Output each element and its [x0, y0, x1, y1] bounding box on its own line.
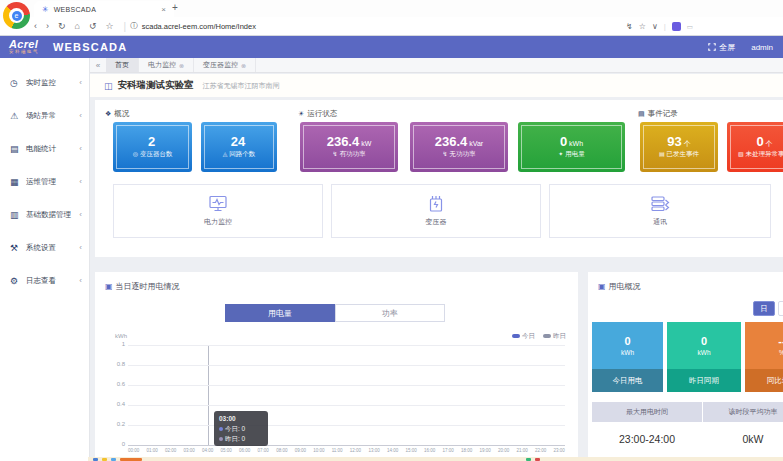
table-header-avg-power: 该时段平均功率: [703, 402, 783, 422]
star-icon[interactable]: ☆: [639, 22, 646, 31]
tab-power-monitoring[interactable]: 电力监控 ⊗: [139, 58, 194, 72]
close-tab-icon[interactable]: ×: [161, 5, 166, 14]
x-tick-label: 15:00: [405, 448, 416, 453]
y-axis-unit: kWh: [115, 333, 127, 339]
chart-panel-title: ▣当日逐时用电情况: [105, 281, 180, 292]
chart-plot[interactable]: 03:00 今日: 0 昨日: 0 10.80.60.40.20: [128, 345, 565, 445]
stat-card-transformer-count[interactable]: 2 ◎变压器台数: [113, 122, 192, 172]
x-tick-label: 12:00: [350, 448, 361, 453]
bulb-icon: ✦: [558, 151, 563, 157]
energy-card-yesterday[interactable]: 0kWh 昨日同期: [667, 322, 741, 392]
chevron-icon: ‹: [79, 243, 82, 252]
chrome-logo-icon: e: [3, 2, 30, 29]
tooltip-dot-yesterday: [219, 437, 223, 441]
sidebar-item-realtime-monitoring[interactable]: ◷ 实时监控 ‹: [0, 66, 89, 99]
y-tick-label: 0.4: [108, 401, 125, 407]
collapse-tabs-icon[interactable]: «: [90, 58, 106, 72]
nav-card-transformer[interactable]: 变压器: [331, 184, 541, 238]
stat-card-active-power[interactable]: 236.4kW ↯有功功率: [300, 122, 398, 172]
x-tick-label: 19:00: [479, 448, 490, 453]
divider: |: [664, 22, 666, 31]
site-info-icon[interactable]: ⓘ: [130, 21, 138, 31]
period-day-button[interactable]: 日: [753, 301, 775, 316]
stat-card-unhandled-events[interactable]: 0个 ▧未处理异常事件: [727, 122, 783, 172]
panel-icon: ▣: [598, 282, 606, 291]
energy-card-today[interactable]: 0kWh 今日用电: [592, 322, 663, 392]
taskbar-sliver: [88, 457, 783, 461]
coin-icon: ◎: [133, 151, 138, 157]
sidebar-item-energy-statistics[interactable]: ▤ 电能统计 ‹: [0, 132, 89, 165]
sidebar-item-log-viewer[interactable]: ⚙ 日志查看 ‹: [0, 264, 89, 297]
list-icon: ▦: [10, 177, 23, 187]
crosshair-line: [208, 345, 209, 445]
back-icon[interactable]: ‹: [34, 21, 37, 31]
tab-home[interactable]: 首页: [106, 58, 139, 72]
legend-item-yesterday[interactable]: 昨日: [543, 332, 566, 341]
toggle-energy-button[interactable]: 用电量: [225, 304, 335, 322]
x-tick-label: 21:00: [517, 448, 528, 453]
forward-icon[interactable]: ›: [46, 21, 49, 31]
overview-panel: ❖概况 ☀运行状态 ▤事件记录 2 ◎变压器台数 24 ◬回路个数 236.4k…: [95, 100, 783, 257]
x-tick-label: 04:00: [202, 448, 213, 453]
chevron-down-icon[interactable]: ∨: [652, 22, 658, 31]
reload-icon[interactable]: ↻: [58, 21, 66, 31]
stat-card-events-occurred[interactable]: 93个 ▤已发生事件: [640, 122, 718, 172]
fullscreen-button[interactable]: 全屏: [708, 42, 735, 53]
gridline: [128, 425, 565, 426]
browser-tab-strip: e ✳ WEBSCADA × +: [0, 0, 783, 17]
x-tick-label: 23:00: [554, 448, 565, 453]
taskbar-icon[interactable]: [111, 458, 116, 461]
tab-transformer-monitoring[interactable]: 变压器监控 ⊗: [194, 58, 256, 72]
sidebar-item-operation-management[interactable]: ▦ 运维管理 ‹: [0, 165, 89, 198]
taskbar-icon[interactable]: [120, 458, 142, 461]
taskbar-icon[interactable]: [102, 458, 107, 461]
chart-tooltip: 03:00 今日: 0 昨日: 0: [214, 411, 268, 446]
extension-icon[interactable]: [672, 22, 681, 31]
lightning-icon[interactable]: ↯: [626, 22, 633, 31]
nav-card-communication[interactable]: 通讯: [549, 184, 771, 238]
app-header: Acrel 安科瑞电气 WEBSCADA 全屏 admin: [0, 36, 783, 58]
x-tick-label: 05:00: [221, 448, 232, 453]
browser-address-bar: ‹ › ↻ ⌂ ↺ ☆ | ⓘ scada.acrel-eem.com/Home…: [0, 17, 783, 36]
y-tick-label: 0: [108, 441, 125, 447]
chevron-icon: ‹: [79, 78, 82, 87]
taskbar-icon[interactable]: [93, 458, 98, 461]
x-tick-label: 06:00: [239, 448, 250, 453]
history-icon[interactable]: ↺: [89, 21, 97, 31]
table-row: 23:00-24:00 0kW: [592, 422, 783, 456]
browser-tab[interactable]: ✳ WEBSCADA ×: [34, 1, 174, 17]
sidebar-item-system-settings[interactable]: ⚒ 系统设置 ‹: [0, 231, 89, 264]
legend-item-today[interactable]: 今日: [512, 332, 535, 341]
sun-icon: ☀: [298, 110, 304, 117]
panel-icon: ▣: [105, 282, 113, 291]
stat-card-reactive-power[interactable]: 236.4kVar ↯无功功率: [410, 122, 508, 172]
clipboard-alert-icon: ▧: [738, 151, 744, 157]
fullscreen-icon: [708, 43, 716, 51]
close-tab-icon[interactable]: ⊗: [241, 62, 246, 69]
bookmark-star-icon[interactable]: ☆: [106, 21, 114, 31]
energy-card-yoy[interactable]: --% 同比增长: [745, 322, 783, 392]
close-tab-icon[interactable]: ⊗: [179, 62, 184, 69]
sidebar-item-station-abnormal[interactable]: ⚠ 场站异常 ‹: [0, 99, 89, 132]
toggle-power-button[interactable]: 功率: [335, 304, 445, 322]
nav-card-power-monitoring[interactable]: 电力监控: [113, 184, 323, 238]
gridline: [128, 365, 565, 366]
taskbar-icon[interactable]: [526, 458, 531, 461]
url-text[interactable]: scada.acrel-eem.com/Home/Index: [142, 22, 256, 31]
period-next-button[interactable]: [778, 301, 783, 316]
site-title-bar: ◫ 安科瑞测试实验室 江苏省无锡市江阴市南闸: [90, 74, 783, 97]
sidebar: ◷ 实时监控 ‹ ⚠ 场站异常 ‹ ▤ 电能统计 ‹ ▦ 运维管理 ‹ ▥ 基础…: [0, 58, 90, 461]
taskbar-icon[interactable]: [535, 458, 540, 461]
home-icon[interactable]: ⌂: [75, 21, 80, 31]
stat-card-energy-consumption[interactable]: 0kWh ✦用电量: [518, 122, 625, 172]
sidebar-item-basic-data-management[interactable]: ▥ 基础数据管理 ‹: [0, 198, 89, 231]
tooltip-dot-today: [219, 427, 223, 431]
y-tick-label: 0.2: [108, 421, 125, 427]
stat-card-circuit-count[interactable]: 24 ◬回路个数: [201, 122, 277, 172]
legend-swatch-today: [512, 334, 520, 338]
user-menu[interactable]: admin: [751, 43, 773, 52]
new-tab-button[interactable]: +: [172, 2, 178, 13]
x-tick-label: 20:00: [498, 448, 509, 453]
chevron-icon: ‹: [79, 177, 82, 186]
network-icon: ◬: [223, 151, 228, 157]
